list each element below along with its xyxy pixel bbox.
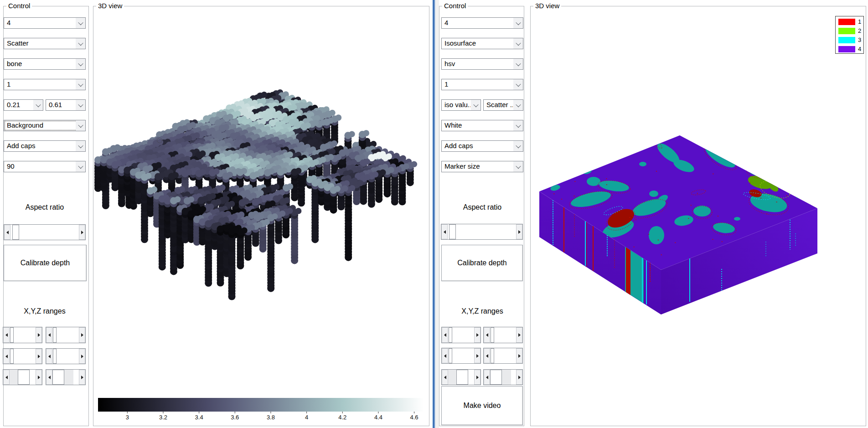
right-calibrate-depth-button[interactable]: Calibrate depth: [441, 245, 523, 281]
combo-white[interactable]: White: [441, 120, 523, 131]
combo-background[interactable]: Background: [4, 120, 86, 131]
chevron-down-icon[interactable]: [513, 141, 523, 151]
slider-left-arrow[interactable]: [3, 370, 10, 385]
combo-scatter[interactable]: Scatter ...: [483, 99, 523, 111]
chevron-down-icon[interactable]: [513, 18, 523, 28]
chevron-down-icon[interactable]: [76, 18, 85, 28]
combo-90[interactable]: 90: [4, 161, 86, 172]
slider-thumb[interactable]: [53, 327, 57, 343]
slider-right-arrow[interactable]: [79, 225, 85, 240]
chevron-down-icon[interactable]: [513, 38, 523, 49]
slider-right-arrow[interactable]: [79, 349, 85, 364]
combo-hsv[interactable]: hsv: [441, 58, 523, 70]
right-aspect-slider[interactable]: [441, 224, 523, 240]
combo-add-caps[interactable]: Add caps: [4, 140, 86, 152]
slider-right-arrow[interactable]: [516, 327, 522, 343]
slider-thumb[interactable]: [53, 349, 57, 364]
slider-right-arrow[interactable]: [79, 370, 85, 385]
combo-0-21[interactable]: 0.21: [4, 99, 43, 111]
slider-trough: [64, 370, 73, 385]
slider-left-arrow[interactable]: [442, 370, 448, 385]
slider-right-arrow[interactable]: [79, 327, 85, 343]
chevron-down-icon[interactable]: [76, 120, 85, 131]
slider-thumb[interactable]: [449, 348, 452, 363]
combo-1[interactable]: 1: [4, 79, 86, 90]
slider-left-arrow[interactable]: [442, 327, 448, 343]
slider-left-arrow[interactable]: [3, 327, 10, 343]
chevron-down-icon[interactable]: [76, 100, 85, 110]
slider-left-arrow[interactable]: [46, 327, 52, 343]
slider-left-arrow[interactable]: [4, 225, 10, 240]
combo-add-caps[interactable]: Add caps: [441, 140, 523, 152]
combo-scatter[interactable]: Scatter: [4, 38, 86, 49]
slider-left-arrow[interactable]: [442, 348, 448, 363]
slider-thumb[interactable]: [18, 370, 30, 385]
left-aspect-slider[interactable]: [4, 224, 86, 240]
chevron-down-icon[interactable]: [513, 161, 523, 172]
left-x-max-slider[interactable]: [46, 327, 86, 343]
left-control-title: Control: [6, 2, 32, 10]
combo-1[interactable]: 1: [441, 79, 523, 90]
chevron-down-icon[interactable]: [513, 79, 523, 90]
right-y-max-slider[interactable]: [483, 348, 523, 364]
left-z-max-slider[interactable]: [46, 369, 86, 385]
slider-left-arrow[interactable]: [484, 348, 490, 363]
slider-left-arrow[interactable]: [484, 327, 490, 343]
isosurface-3d-plot[interactable]: [530, 6, 866, 426]
left-y-min-slider[interactable]: [3, 348, 42, 364]
combo-isosurface[interactable]: Isosurface: [441, 38, 523, 49]
slider-thumb[interactable]: [491, 327, 494, 343]
right-z-min-slider[interactable]: [441, 369, 481, 385]
chevron-down-icon[interactable]: [513, 100, 523, 110]
chevron-down-icon[interactable]: [76, 59, 85, 69]
chevron-down-icon[interactable]: [471, 100, 480, 110]
slider-right-arrow[interactable]: [516, 224, 522, 239]
chevron-down-icon[interactable]: [513, 59, 523, 69]
slider-thumb[interactable]: [449, 327, 452, 343]
left-x-min-slider[interactable]: [3, 327, 42, 343]
slider-right-arrow[interactable]: [36, 349, 42, 364]
left-calibrate-depth-button[interactable]: Calibrate depth: [4, 245, 87, 281]
slider-right-arrow[interactable]: [516, 348, 522, 363]
slider-right-arrow[interactable]: [36, 327, 42, 343]
svg-text:3.2: 3.2: [159, 414, 167, 421]
left-y-max-slider[interactable]: [46, 348, 86, 364]
slider-thumb[interactable]: [52, 370, 64, 385]
combo-0-61[interactable]: 0.61: [46, 99, 86, 111]
slider-right-arrow[interactable]: [474, 370, 480, 385]
right-x-min-slider[interactable]: [441, 327, 481, 343]
slider-thumb[interactable]: [491, 348, 494, 363]
right-x-max-slider[interactable]: [483, 327, 523, 343]
slider-left-arrow[interactable]: [441, 224, 448, 239]
make-video-button[interactable]: Make video: [441, 386, 523, 425]
chevron-down-icon[interactable]: [76, 141, 85, 151]
slider-left-arrow[interactable]: [3, 349, 10, 364]
combo-bone[interactable]: bone: [4, 58, 86, 70]
slider-thumb[interactable]: [10, 327, 14, 343]
right-y-min-slider[interactable]: [441, 348, 481, 364]
combo-marker-size[interactable]: Marker size: [441, 161, 523, 172]
right-z-max-slider[interactable]: [483, 369, 523, 385]
combo-iso-valu[interactable]: iso valu...: [441, 99, 481, 111]
slider-right-arrow[interactable]: [474, 327, 480, 343]
slider-right-arrow[interactable]: [516, 370, 522, 385]
combo-4[interactable]: 4: [441, 17, 523, 29]
chevron-down-icon[interactable]: [76, 38, 85, 49]
chevron-down-icon[interactable]: [33, 100, 43, 110]
slider-right-arrow[interactable]: [474, 348, 480, 363]
slider-left-arrow[interactable]: [46, 370, 52, 385]
scatter-3d-plot[interactable]: 33.23.43.63.844.24.44.6: [93, 6, 429, 426]
chevron-down-icon[interactable]: [76, 79, 85, 90]
left-z-min-slider[interactable]: [3, 369, 42, 385]
slider-thumb[interactable]: [456, 370, 468, 385]
chevron-down-icon[interactable]: [76, 161, 85, 172]
slider-thumb[interactable]: [490, 370, 502, 385]
slider-right-arrow[interactable]: [36, 370, 42, 385]
combo-4[interactable]: 4: [4, 17, 86, 29]
chevron-down-icon[interactable]: [513, 120, 523, 131]
slider-left-arrow[interactable]: [46, 349, 52, 364]
slider-thumb[interactable]: [12, 225, 19, 240]
slider-thumb[interactable]: [10, 349, 14, 364]
slider-thumb[interactable]: [449, 224, 456, 239]
slider-left-arrow[interactable]: [484, 370, 490, 385]
